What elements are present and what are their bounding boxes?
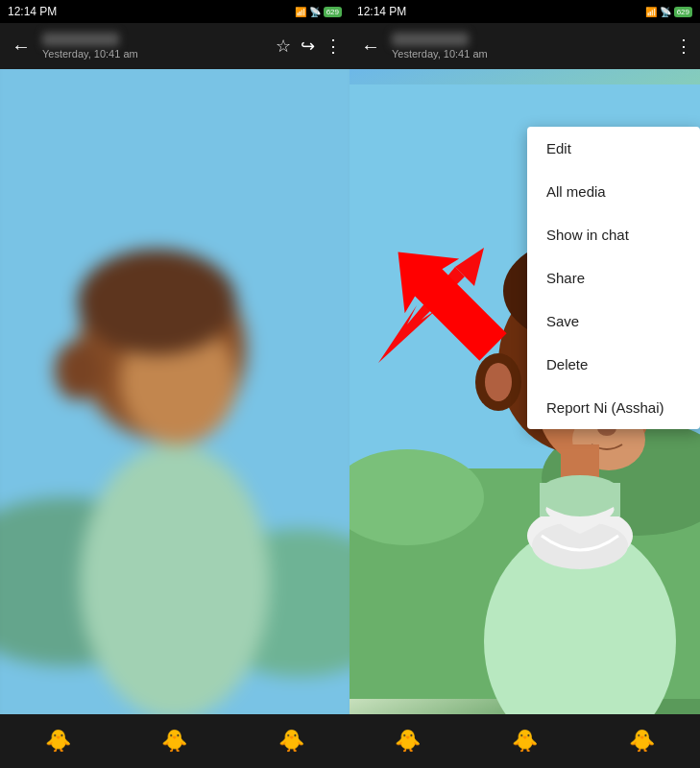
status-bar-left: 12:14 PM 📶 📡 629 [0,0,350,23]
image-area-left [0,69,350,714]
sim-icon-left: 📶 [295,7,306,17]
wifi-icon-right: 📡 [660,7,671,17]
bottom-icon-right-1[interactable]: 🐥 [395,729,421,754]
header-title-left: Yesterday, 10:41 am [42,33,268,60]
wifi-icon-left: 📡 [309,7,321,17]
status-icons-left: 📶 📡 629 [295,7,342,17]
contact-name-blurred-left [42,33,119,46]
menu-item-save[interactable]: Save [527,300,700,343]
share-icon-left[interactable]: ↪ [301,36,315,57]
more-icon-left[interactable]: ⋮ [325,36,342,57]
right-panel: 12:14 PM 📶 📡 629 ← Yesterday, 10:41 am ⋮ [350,0,700,768]
menu-item-show-in-chat[interactable]: Show in chat [527,213,700,256]
battery-left: 629 [324,7,342,17]
header-left: ← Yesterday, 10:41 am ☆ ↪ ⋮ [0,23,350,69]
left-panel: 12:14 PM 📶 📡 629 ← Yesterday, 10:41 am ☆… [0,0,350,768]
bottom-bar-left: 🐥 🐥 🐥 [0,714,350,768]
bottom-bar-right: 🐥 🐥 🐥 [350,714,700,768]
star-icon-left[interactable]: ☆ [276,36,291,57]
image-area-right: Edit All media Show in chat Share Save D… [350,69,700,714]
blurred-monkey-image [0,69,350,714]
bottom-icon-left-2[interactable]: 🐥 [161,729,187,754]
time-left: 12:14 PM [8,5,57,18]
header-right: ← Yesterday, 10:41 am ⋮ [350,23,700,69]
menu-item-all-media[interactable]: All media [527,170,700,213]
header-title-right: Yesterday, 10:41 am [392,33,667,60]
time-right: 12:14 PM [357,5,406,18]
header-actions-left: ☆ ↪ ⋮ [276,36,342,57]
more-icon-right[interactable]: ⋮ [675,36,692,57]
svg-rect-8 [0,69,350,714]
bottom-icon-left-3[interactable]: 🐥 [278,729,304,754]
battery-right: 629 [674,7,692,17]
back-button-left[interactable]: ← [8,32,35,61]
menu-item-share[interactable]: Share [527,256,700,300]
header-date-right: Yesterday, 10:41 am [392,48,667,60]
menu-item-report[interactable]: Report Ni (Asshai) [527,386,700,429]
menu-item-delete[interactable]: Delete [527,343,700,386]
svg-point-19 [485,363,512,401]
monkey-svg-left [0,69,350,714]
context-menu: Edit All media Show in chat Share Save D… [527,127,700,429]
bottom-icon-right-2[interactable]: 🐥 [512,729,538,754]
header-date-left: Yesterday, 10:41 am [42,48,268,60]
menu-item-edit[interactable]: Edit [527,127,700,170]
bottom-icon-right-3[interactable]: 🐥 [629,729,655,754]
back-button-right[interactable]: ← [357,32,384,61]
header-actions-right: ⋮ [675,36,692,57]
contact-name-blurred-right [392,33,469,46]
status-icons-right: 📶 📡 629 [645,7,692,17]
bottom-icon-left-1[interactable]: 🐥 [45,729,71,754]
status-bar-right: 12:14 PM 📶 📡 629 [350,0,700,23]
sim-icon-right: 📶 [645,7,657,17]
